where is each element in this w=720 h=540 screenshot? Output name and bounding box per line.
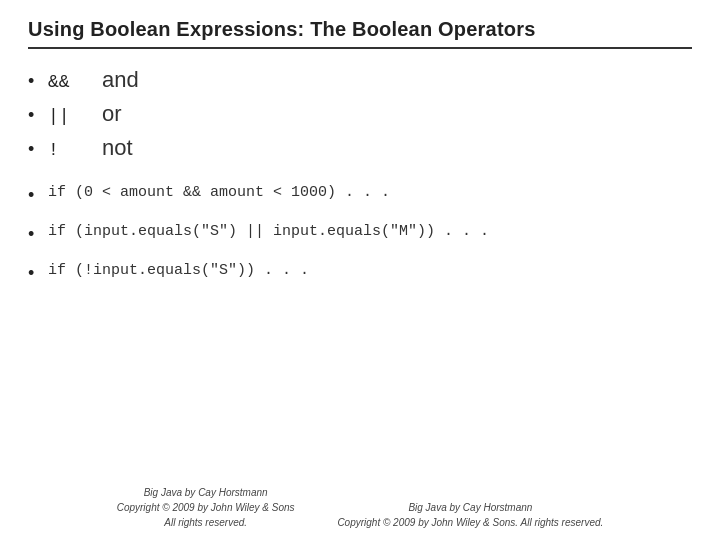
footer-left: Big Java by Cay Horstmann Copyright © 20… bbox=[117, 485, 295, 530]
bullet-dot: • bbox=[28, 220, 42, 249]
content-area: • && and • || or • ! not • if (0 < amoun… bbox=[28, 65, 692, 526]
bullet-dot: • bbox=[28, 68, 42, 95]
bullet-dot: • bbox=[28, 136, 42, 163]
code-example-2: • if (input.equals("S") || input.equals(… bbox=[28, 216, 692, 253]
operator-word-and: and bbox=[102, 67, 139, 93]
code-example-3: • if (!input.equals("S")) . . . bbox=[28, 255, 692, 292]
bullet-dot: • bbox=[28, 102, 42, 129]
slide-container: Using Boolean Expressions: The Boolean O… bbox=[0, 0, 720, 540]
code-line-3: if (!input.equals("S")) . . . bbox=[48, 259, 309, 283]
operator-row-and: • && and bbox=[28, 65, 692, 97]
operator-symbol-and: && bbox=[48, 72, 94, 92]
footer-left-italic: Big Java bbox=[144, 487, 182, 498]
bullet-dot: • bbox=[28, 259, 42, 288]
footer-right-italic: Big Java bbox=[408, 502, 446, 513]
operator-symbol-not: ! bbox=[48, 140, 94, 160]
code-line-1: if (0 < amount && amount < 1000) . . . bbox=[48, 181, 390, 205]
bullet-dot: • bbox=[28, 181, 42, 210]
footer-right: Big Java by Cay Horstmann Copyright © 20… bbox=[337, 500, 603, 530]
footer: Big Java by Cay Horstmann Copyright © 20… bbox=[0, 477, 720, 530]
operator-row-or: • || or bbox=[28, 99, 692, 131]
operator-word-not: not bbox=[102, 135, 133, 161]
operator-symbol-or: || bbox=[48, 106, 94, 126]
operator-word-or: or bbox=[102, 101, 122, 127]
title-bar: Using Boolean Expressions: The Boolean O… bbox=[28, 18, 692, 49]
slide-title: Using Boolean Expressions: The Boolean O… bbox=[28, 18, 535, 40]
code-example-1: • if (0 < amount && amount < 1000) . . . bbox=[28, 177, 692, 214]
operator-row-not: • ! not bbox=[28, 133, 692, 165]
code-line-2: if (input.equals("S") || input.equals("M… bbox=[48, 220, 489, 244]
